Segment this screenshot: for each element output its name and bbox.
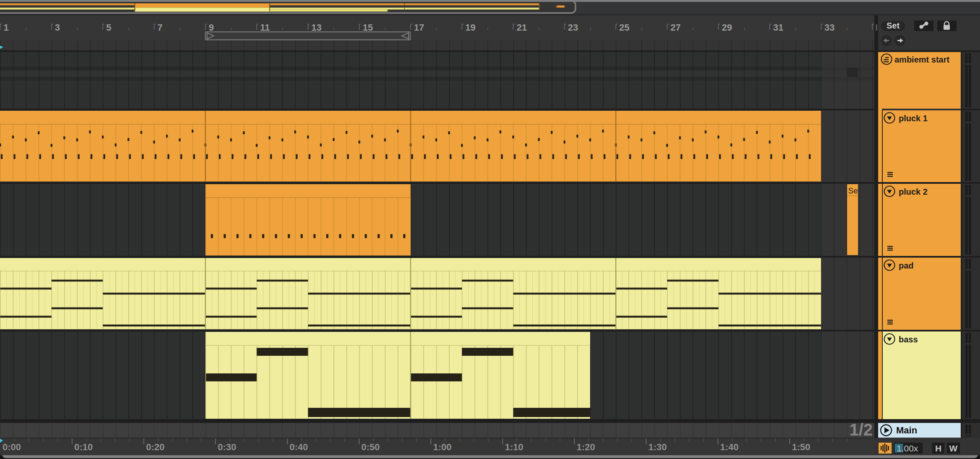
svg-text:W: W: [949, 443, 958, 453]
svg-text:1:00: 1:00: [433, 442, 451, 452]
svg-text:9: 9: [209, 22, 214, 33]
svg-text:17: 17: [414, 22, 424, 33]
svg-text:bass: bass: [899, 335, 918, 344]
svg-text:1.00x: 1.00x: [897, 443, 918, 453]
svg-text:7: 7: [158, 22, 163, 33]
svg-text:27: 27: [671, 22, 681, 33]
svg-text:19: 19: [465, 22, 475, 33]
svg-text:21: 21: [516, 22, 526, 33]
svg-text:1:20: 1:20: [577, 442, 595, 452]
svg-text:0:30: 0:30: [218, 442, 236, 452]
svg-text:0:40: 0:40: [290, 442, 308, 452]
svg-text:Se: Se: [848, 186, 858, 195]
svg-text:Set: Set: [887, 21, 900, 30]
svg-text:13: 13: [311, 22, 321, 33]
svg-text:0:00: 0:00: [3, 442, 21, 452]
svg-text:pluck 2: pluck 2: [899, 187, 928, 196]
svg-text:3: 3: [55, 22, 60, 33]
svg-text:pad: pad: [899, 261, 914, 270]
svg-text:0:20: 0:20: [146, 442, 164, 452]
svg-text:H: H: [935, 443, 941, 453]
svg-text:1:50: 1:50: [792, 442, 810, 452]
svg-text:0:50: 0:50: [361, 442, 380, 452]
svg-text:23: 23: [568, 22, 578, 33]
svg-text:25: 25: [619, 22, 629, 33]
svg-text:1: 1: [3, 22, 8, 33]
svg-text:pluck 1: pluck 1: [899, 114, 928, 123]
svg-text:29: 29: [722, 22, 732, 33]
svg-text:5: 5: [106, 22, 111, 33]
svg-text:ambiemt start: ambiemt start: [894, 55, 949, 64]
svg-text:0:10: 0:10: [74, 442, 93, 452]
svg-text:1/2: 1/2: [849, 420, 873, 439]
svg-text:Main: Main: [896, 425, 917, 436]
svg-text:1:40: 1:40: [720, 442, 739, 452]
svg-text:31: 31: [773, 22, 783, 33]
svg-text:1:10: 1:10: [505, 442, 523, 452]
svg-text:1:30: 1:30: [648, 442, 667, 452]
svg-text:33: 33: [824, 22, 835, 33]
svg-text:11: 11: [260, 22, 270, 33]
svg-text:15: 15: [363, 22, 373, 33]
